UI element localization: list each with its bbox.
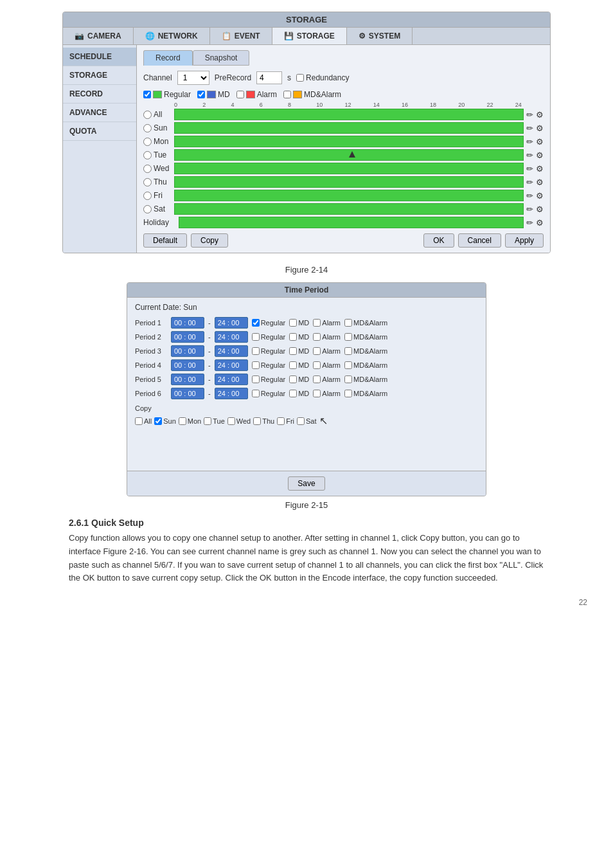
copy-sat-checkbox[interactable] <box>297 417 305 425</box>
period-3-alarm-cb[interactable] <box>313 347 321 355</box>
period-3-regular-label[interactable]: Regular <box>252 347 286 355</box>
period-5-to[interactable] <box>215 374 248 385</box>
period-2-mdalarm-label[interactable]: MD&Alarm <box>344 333 387 341</box>
period-1-mdalarm-label[interactable]: MD&Alarm <box>344 319 387 327</box>
copy-wed-chk[interactable]: Wed <box>227 417 251 425</box>
period-2-regular-cb[interactable] <box>252 333 260 341</box>
period-3-regular-cb[interactable] <box>252 347 260 355</box>
sidebar-item-storage[interactable]: STORAGE <box>63 66 136 85</box>
day-bar-tue[interactable] <box>174 149 524 161</box>
edit-icon-all[interactable]: ✏ <box>526 110 533 120</box>
regular-checkbox[interactable] <box>143 91 151 98</box>
redundancy-checkbox[interactable] <box>296 74 304 82</box>
period-4-regular-cb[interactable] <box>252 361 260 369</box>
period-2-alarm-cb[interactable] <box>313 333 321 341</box>
period-2-alarm-label[interactable]: Alarm <box>313 333 341 341</box>
default-button[interactable]: Default <box>143 233 187 248</box>
day-bar-sat[interactable] <box>174 203 524 215</box>
radio-wed[interactable] <box>143 165 152 173</box>
period-5-alarm-label[interactable]: Alarm <box>313 375 341 383</box>
tab-system[interactable]: ⚙ SYSTEM <box>347 28 413 44</box>
period-6-regular-label[interactable]: Regular <box>252 390 286 397</box>
copy-mon-checkbox[interactable] <box>179 417 186 425</box>
tab-record[interactable]: Record <box>143 50 193 66</box>
period-2-mdalarm-cb[interactable] <box>344 333 352 341</box>
edit-icon-mon[interactable]: ✏ <box>526 137 533 147</box>
copy-all-checkbox[interactable] <box>135 417 143 425</box>
period-3-md-cb[interactable] <box>289 347 297 355</box>
radio-mon[interactable] <box>143 138 152 146</box>
legend-md[interactable]: MD <box>197 90 230 99</box>
radio-sat[interactable] <box>143 205 152 213</box>
period-3-from[interactable] <box>171 345 204 357</box>
period-6-md-label[interactable]: MD <box>289 390 309 397</box>
sidebar-item-schedule[interactable]: SCHEDULE <box>63 48 136 66</box>
period-2-regular-label[interactable]: Regular <box>252 333 286 341</box>
copy-fri-checkbox[interactable] <box>277 417 285 425</box>
edit-icon-sat[interactable]: ✏ <box>526 204 533 214</box>
period-3-alarm-label[interactable]: Alarm <box>313 347 341 355</box>
legend-regular[interactable]: Regular <box>143 90 191 99</box>
gear-icon-sun[interactable]: ⚙ <box>536 123 544 133</box>
copy-fri-chk[interactable]: Fri <box>277 417 294 425</box>
period-6-alarm-label[interactable]: Alarm <box>313 390 341 397</box>
period-4-to[interactable] <box>215 359 248 371</box>
period-5-regular-label[interactable]: Regular <box>252 375 286 383</box>
md-checkbox[interactable] <box>197 91 205 98</box>
period-6-to[interactable] <box>215 388 248 399</box>
edit-icon-holiday[interactable]: ✏ <box>526 218 533 228</box>
copy-thu-checkbox[interactable] <box>253 417 261 425</box>
tab-snapshot[interactable]: Snapshot <box>193 50 250 66</box>
legend-mdalarm[interactable]: MD&Alarm <box>283 90 341 99</box>
period-5-md-cb[interactable] <box>289 375 297 383</box>
period-4-md-label[interactable]: MD <box>289 361 309 369</box>
radio-tue[interactable] <box>143 151 152 159</box>
period-4-regular-label[interactable]: Regular <box>252 361 286 369</box>
alarm-checkbox[interactable] <box>236 91 244 98</box>
gear-icon-sat[interactable]: ⚙ <box>536 204 544 214</box>
day-bar-all[interactable] <box>174 109 524 120</box>
sidebar-item-advance[interactable]: ADVANCE <box>63 104 136 122</box>
radio-sun[interactable] <box>143 124 152 132</box>
cancel-button[interactable]: Cancel <box>458 233 501 248</box>
period-5-from[interactable] <box>171 374 204 385</box>
edit-icon-fri[interactable]: ✏ <box>526 191 533 201</box>
period-6-from[interactable] <box>171 388 204 399</box>
ok-button[interactable]: OK <box>423 233 454 248</box>
period-6-md-cb[interactable] <box>289 390 297 397</box>
copy-sat-chk[interactable]: Sat <box>297 417 317 425</box>
gear-icon-all[interactable]: ⚙ <box>536 110 544 120</box>
day-bar-wed[interactable] <box>174 163 524 174</box>
edit-icon-sun[interactable]: ✏ <box>526 123 533 133</box>
period-6-mdalarm-label[interactable]: MD&Alarm <box>344 390 387 397</box>
save-button[interactable]: Save <box>288 476 324 491</box>
period-1-md-cb[interactable] <box>289 319 297 327</box>
copy-sun-chk[interactable]: Sun <box>154 417 176 425</box>
radio-all[interactable] <box>143 111 152 119</box>
day-bar-holiday[interactable] <box>179 217 524 228</box>
period-5-mdalarm-cb[interactable] <box>344 375 352 383</box>
day-bar-sun[interactable] <box>174 122 524 134</box>
period-4-from[interactable] <box>171 359 204 371</box>
period-4-md-cb[interactable] <box>289 361 297 369</box>
gear-icon-holiday[interactable]: ⚙ <box>536 218 544 228</box>
period-1-regular-cb[interactable] <box>252 319 260 327</box>
period-1-to[interactable] <box>215 317 248 329</box>
apply-button[interactable]: Apply <box>505 233 544 248</box>
period-1-alarm-cb[interactable] <box>313 319 321 327</box>
period-1-from[interactable] <box>171 317 204 329</box>
copy-tue-chk[interactable]: Tue <box>204 417 225 425</box>
sidebar-item-record[interactable]: RECORD <box>63 85 136 104</box>
copy-mon-chk[interactable]: Mon <box>179 417 201 425</box>
day-bar-thu[interactable] <box>174 176 524 188</box>
period-2-to[interactable] <box>215 331 248 343</box>
copy-all-chk[interactable]: All <box>135 417 152 425</box>
period-4-mdalarm-cb[interactable] <box>344 361 352 369</box>
period-1-alarm-label[interactable]: Alarm <box>313 319 341 327</box>
channel-select[interactable]: 1 <box>177 71 209 85</box>
edit-icon-tue[interactable]: ✏ <box>526 150 533 160</box>
period-1-mdalarm-cb[interactable] <box>344 319 352 327</box>
period-4-alarm-label[interactable]: Alarm <box>313 361 341 369</box>
period-2-md-cb[interactable] <box>289 333 297 341</box>
prerecord-input[interactable] <box>256 71 282 84</box>
